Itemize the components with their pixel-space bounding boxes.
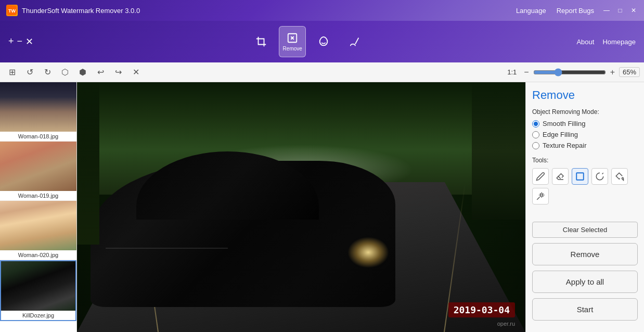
brush-tool-button[interactable] [341, 26, 368, 57]
filename-3: KillDozer.jpg [1, 311, 75, 320]
app-icon: TW [6, 5, 18, 16]
add-file-button[interactable]: + [8, 36, 14, 47]
homepage-link[interactable]: Homepage [602, 38, 636, 46]
eraser-tool-btn[interactable] [552, 168, 569, 185]
flip-v-btn[interactable]: ⬢ [75, 65, 91, 80]
texture-repair-option[interactable]: Texture Repair [532, 142, 638, 149]
rotate-ccw-btn[interactable]: ↺ [22, 65, 37, 80]
cancel-btn[interactable]: ✕ [128, 65, 144, 80]
language-menu[interactable]: Language [516, 7, 546, 15]
date-watermark: 2019-03-04 [448, 302, 515, 317]
fill-tool-btn[interactable] [611, 168, 628, 185]
rotate-cw-btn[interactable]: ↻ [40, 65, 55, 80]
file-item-2[interactable]: Woman-020.jpg [0, 201, 76, 260]
crop-tool-button[interactable] [248, 26, 275, 57]
subtoolbar: ⊞ ↺ ↻ ⬡ ⬢ ↩ ↪ ✕ 1:1 − + 65% [0, 62, 644, 82]
edge-filling-radio[interactable] [532, 131, 539, 138]
zoom-slider-wrap [533, 68, 606, 76]
close-file-button[interactable]: ✕ [25, 36, 33, 47]
pencil-tool-btn[interactable] [532, 168, 549, 185]
remove-file-button[interactable]: − [17, 36, 23, 47]
main-toolbar: + − ✕ Remove About Homepage [0, 21, 644, 62]
close-button[interactable]: ✕ [629, 6, 638, 15]
remove-tool-button[interactable]: Remove [279, 26, 306, 57]
remove-button[interactable]: Remove [532, 243, 638, 265]
zoom-slider[interactable] [533, 68, 606, 76]
tools-row [532, 168, 638, 205]
flip-h-btn[interactable]: ⬡ [57, 65, 73, 80]
zoom-percent-display: 65% [619, 67, 640, 77]
svg-point-4 [540, 194, 543, 197]
titlebar: TW ThunderSoft Watermark Remover 3.0.0 L… [0, 0, 644, 21]
removing-mode-group: Smooth Filling Edge Filling Texture Repa… [532, 120, 638, 149]
svg-rect-3 [576, 173, 584, 180]
edge-filling-option[interactable]: Edge Filling [532, 131, 638, 138]
filename-0: Woman-018.jpg [0, 132, 76, 141]
filename-1: Woman-019.jpg [0, 191, 76, 200]
lasso-tool-btn[interactable] [591, 168, 608, 185]
minimize-button[interactable]: — [602, 6, 611, 15]
window-controls: — □ ✕ [602, 6, 638, 15]
clear-selected-button[interactable]: Clear Selected [532, 222, 638, 238]
file-item-1[interactable]: Woman-019.jpg [0, 142, 76, 201]
svg-text:TW: TW [8, 8, 16, 14]
magic-wand-tool-btn[interactable] [532, 188, 549, 205]
report-bugs-menu[interactable]: Report Bugs [557, 7, 594, 15]
right-panel: Remove Object Removing Mode: Smooth Fill… [525, 82, 644, 332]
tools-label: Tools: [532, 157, 638, 164]
removing-mode-label: Object Removing Mode: [532, 108, 638, 116]
main-canvas: 2019-03-04 oper.ru [77, 82, 525, 332]
texture-repair-radio[interactable] [532, 142, 539, 149]
redo-btn[interactable]: ↪ [110, 65, 126, 80]
undo-btn[interactable]: ↩ [93, 65, 108, 80]
about-link[interactable]: About [576, 38, 594, 46]
zoom-minus-btn[interactable]: − [524, 68, 529, 77]
rect-select-tool-btn[interactable] [572, 168, 588, 185]
smooth-filling-radio[interactable] [532, 120, 539, 127]
panel-title: Remove [532, 88, 638, 102]
maximize-button[interactable]: □ [616, 6, 624, 15]
site-watermark: oper.ru [497, 321, 515, 327]
filename-2: Woman-020.jpg [0, 250, 76, 260]
main-content: Woman-018.jpg Woman-019.jpg Woman-020.jp… [0, 82, 644, 332]
file-item-3[interactable]: KillDozer.jpg [0, 260, 76, 321]
file-item-0[interactable]: Woman-018.jpg [0, 82, 76, 142]
file-sidebar: Woman-018.jpg Woman-019.jpg Woman-020.jp… [0, 82, 77, 332]
zoom-ratio-label: 1:1 [507, 68, 517, 76]
marquee-tool-btn[interactable]: ⊞ [4, 65, 20, 80]
apply-to-all-button[interactable]: Apply to all [532, 271, 638, 293]
start-button[interactable]: Start [532, 298, 638, 321]
smooth-filling-option[interactable]: Smooth Filling [532, 120, 638, 127]
zoom-plus-btn[interactable]: + [610, 68, 615, 77]
color-tool-button[interactable] [310, 26, 337, 57]
app-title: ThunderSoft Watermark Remover 3.0.0 [22, 7, 516, 15]
titlebar-right: Language Report Bugs [516, 7, 594, 15]
canvas-area[interactable]: 2019-03-04 oper.ru [77, 82, 525, 332]
